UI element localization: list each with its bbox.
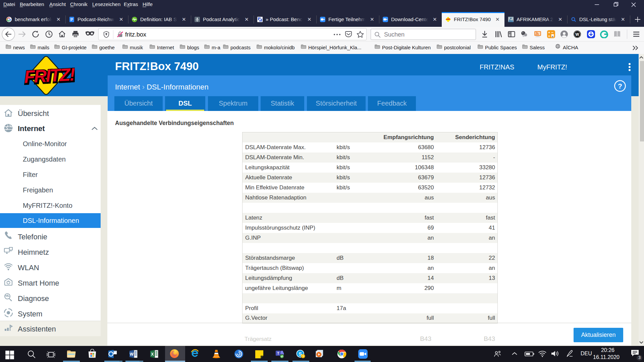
svg-text:W: W bbox=[575, 32, 579, 37]
svg-text:W: W bbox=[130, 352, 134, 357]
svg-text:FRITZ!: FRITZ! bbox=[23, 64, 75, 87]
svg-text:X: X bbox=[151, 352, 154, 357]
svg-text:T: T bbox=[277, 352, 279, 355]
svg-text:?: ? bbox=[618, 82, 622, 90]
